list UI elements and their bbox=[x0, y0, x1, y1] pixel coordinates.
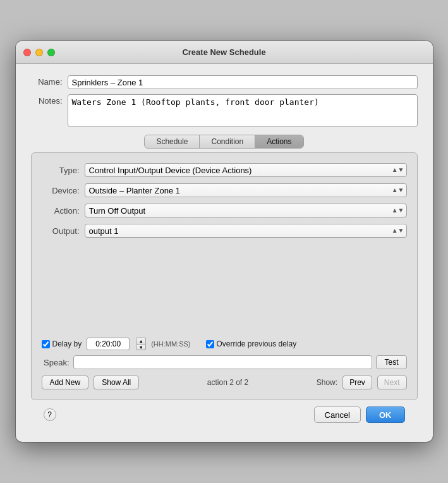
delay-stepper-up[interactable]: ▲ bbox=[136, 338, 146, 344]
type-label: Type: bbox=[42, 166, 85, 175]
delay-stepper-down[interactable]: ▼ bbox=[136, 344, 146, 350]
speak-input[interactable] bbox=[73, 355, 373, 369]
next-button[interactable]: Next bbox=[377, 376, 407, 389]
speak-row: Speak: Test bbox=[42, 355, 407, 369]
output-select-wrapper: output 1 ▲▼ bbox=[85, 224, 407, 238]
delay-checkbox[interactable] bbox=[42, 340, 50, 348]
type-select-wrapper: Control Input/Output Device (Device Acti… bbox=[85, 163, 407, 177]
action-select[interactable]: Turn Off Output bbox=[85, 204, 407, 217]
bottom-section: Delay by ▲ ▼ (HH:MM:SS) Override previou… bbox=[42, 333, 407, 392]
traffic-lights bbox=[23, 49, 55, 56]
tab-schedule[interactable]: Schedule bbox=[145, 135, 200, 148]
tab-condition[interactable]: Condition bbox=[200, 135, 255, 148]
content-area: Name: Notes: Waters Zone 1 (Rooftop plan… bbox=[16, 64, 433, 442]
override-checkbox[interactable] bbox=[206, 340, 214, 348]
actions-panel: Type: Control Input/Output Device (Devic… bbox=[31, 152, 418, 400]
device-row: Device: Outside – Planter Zone 1 ▲▼ bbox=[42, 183, 407, 197]
footer: ? Cancel OK bbox=[31, 400, 418, 432]
action-select-wrapper: Turn Off Output ▲▼ bbox=[85, 204, 407, 217]
titlebar: Create New Schedule bbox=[16, 41, 433, 64]
tab-group: Schedule Condition Actions bbox=[144, 135, 303, 149]
test-button[interactable]: Test bbox=[376, 355, 406, 369]
delay-checkbox-label[interactable]: Delay by bbox=[42, 339, 82, 348]
maximize-button[interactable] bbox=[47, 49, 55, 56]
action-row: Action: Turn Off Output ▲▼ bbox=[42, 204, 407, 217]
output-label: Output: bbox=[42, 226, 85, 236]
delay-stepper[interactable]: ▲ ▼ bbox=[136, 338, 146, 350]
speak-label: Speak: bbox=[42, 358, 70, 367]
output-select[interactable]: output 1 bbox=[85, 224, 407, 238]
action-label: Action: bbox=[42, 206, 85, 216]
ok-button[interactable]: OK bbox=[366, 407, 405, 423]
panel-spacer bbox=[42, 244, 407, 333]
add-new-button[interactable]: Add New bbox=[42, 376, 89, 389]
action-nav-row: Add New Show All action 2 of 2 Show: Pre… bbox=[42, 376, 407, 389]
type-select[interactable]: Control Input/Output Device (Device Acti… bbox=[85, 163, 407, 177]
notes-row: Notes: Waters Zone 1 (Rooftop plants, fr… bbox=[31, 94, 418, 127]
notes-input[interactable]: Waters Zone 1 (Rooftop plants, front doo… bbox=[68, 94, 418, 127]
notes-label: Notes: bbox=[31, 94, 68, 106]
device-label: Device: bbox=[42, 186, 85, 195]
main-window: Create New Schedule Name: Notes: Waters … bbox=[16, 41, 433, 442]
close-button[interactable] bbox=[23, 49, 31, 56]
tab-container: Schedule Condition Actions bbox=[31, 135, 418, 149]
action-info: action 2 of 2 bbox=[144, 378, 312, 387]
type-row: Type: Control Input/Output Device (Devic… bbox=[42, 163, 407, 177]
tab-actions[interactable]: Actions bbox=[255, 135, 303, 148]
name-label: Name: bbox=[31, 75, 68, 87]
minimize-button[interactable] bbox=[35, 49, 43, 56]
delay-hint: (HH:MM:SS) bbox=[151, 340, 190, 348]
device-select[interactable]: Outside – Planter Zone 1 bbox=[85, 183, 407, 197]
name-input[interactable] bbox=[68, 75, 418, 89]
show-all-button[interactable]: Show All bbox=[94, 376, 139, 389]
cancel-button[interactable]: Cancel bbox=[314, 407, 361, 423]
prev-button[interactable]: Prev bbox=[342, 376, 372, 389]
device-select-wrapper: Outside – Planter Zone 1 ▲▼ bbox=[85, 183, 407, 197]
show-label: Show: bbox=[317, 378, 337, 387]
override-checkbox-label[interactable]: Override previous delay bbox=[206, 339, 297, 348]
window-title: Create New Schedule bbox=[182, 47, 265, 57]
delay-time-input[interactable] bbox=[87, 338, 130, 350]
output-row: Output: output 1 ▲▼ bbox=[42, 224, 407, 238]
help-button[interactable]: ? bbox=[44, 408, 56, 421]
name-row: Name: bbox=[31, 75, 418, 89]
delay-row: Delay by ▲ ▼ (HH:MM:SS) Override previou… bbox=[42, 338, 407, 350]
